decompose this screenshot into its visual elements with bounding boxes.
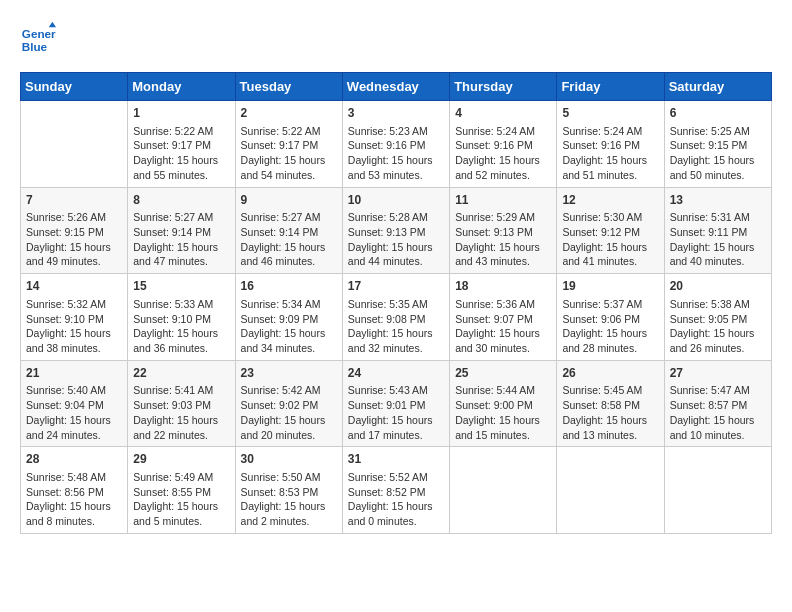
day-info: Sunrise: 5:29 AMSunset: 9:13 PMDaylight:… — [455, 210, 551, 269]
day-info: Sunrise: 5:35 AMSunset: 9:08 PMDaylight:… — [348, 297, 444, 356]
day-number: 24 — [348, 365, 444, 382]
day-info: Sunrise: 5:45 AMSunset: 8:58 PMDaylight:… — [562, 383, 658, 442]
day-number: 12 — [562, 192, 658, 209]
day-number: 18 — [455, 278, 551, 295]
calendar-cell: 23Sunrise: 5:42 AMSunset: 9:02 PMDayligh… — [235, 360, 342, 447]
day-number: 28 — [26, 451, 122, 468]
day-info: Sunrise: 5:33 AMSunset: 9:10 PMDaylight:… — [133, 297, 229, 356]
day-info: Sunrise: 5:22 AMSunset: 9:17 PMDaylight:… — [133, 124, 229, 183]
calendar-cell: 20Sunrise: 5:38 AMSunset: 9:05 PMDayligh… — [664, 274, 771, 361]
week-row-1: 1Sunrise: 5:22 AMSunset: 9:17 PMDaylight… — [21, 101, 772, 188]
day-number: 27 — [670, 365, 766, 382]
day-info: Sunrise: 5:22 AMSunset: 9:17 PMDaylight:… — [241, 124, 337, 183]
day-number: 7 — [26, 192, 122, 209]
calendar-cell: 22Sunrise: 5:41 AMSunset: 9:03 PMDayligh… — [128, 360, 235, 447]
svg-text:Blue: Blue — [22, 40, 48, 53]
day-info: Sunrise: 5:43 AMSunset: 9:01 PMDaylight:… — [348, 383, 444, 442]
week-row-3: 14Sunrise: 5:32 AMSunset: 9:10 PMDayligh… — [21, 274, 772, 361]
calendar-cell: 13Sunrise: 5:31 AMSunset: 9:11 PMDayligh… — [664, 187, 771, 274]
day-number: 8 — [133, 192, 229, 209]
day-info: Sunrise: 5:48 AMSunset: 8:56 PMDaylight:… — [26, 470, 122, 529]
day-number: 2 — [241, 105, 337, 122]
day-number: 20 — [670, 278, 766, 295]
day-number: 6 — [670, 105, 766, 122]
weekday-header-row: SundayMondayTuesdayWednesdayThursdayFrid… — [21, 73, 772, 101]
day-number: 15 — [133, 278, 229, 295]
day-number: 3 — [348, 105, 444, 122]
calendar-cell: 16Sunrise: 5:34 AMSunset: 9:09 PMDayligh… — [235, 274, 342, 361]
day-number: 23 — [241, 365, 337, 382]
day-info: Sunrise: 5:34 AMSunset: 9:09 PMDaylight:… — [241, 297, 337, 356]
calendar-cell: 19Sunrise: 5:37 AMSunset: 9:06 PMDayligh… — [557, 274, 664, 361]
calendar-table: SundayMondayTuesdayWednesdayThursdayFrid… — [20, 72, 772, 534]
calendar-cell: 31Sunrise: 5:52 AMSunset: 8:52 PMDayligh… — [342, 447, 449, 534]
day-number: 16 — [241, 278, 337, 295]
day-info: Sunrise: 5:47 AMSunset: 8:57 PMDaylight:… — [670, 383, 766, 442]
weekday-header-thursday: Thursday — [450, 73, 557, 101]
calendar-cell: 1Sunrise: 5:22 AMSunset: 9:17 PMDaylight… — [128, 101, 235, 188]
day-number: 30 — [241, 451, 337, 468]
weekday-header-saturday: Saturday — [664, 73, 771, 101]
calendar-cell — [664, 447, 771, 534]
week-row-2: 7Sunrise: 5:26 AMSunset: 9:15 PMDaylight… — [21, 187, 772, 274]
calendar-cell: 29Sunrise: 5:49 AMSunset: 8:55 PMDayligh… — [128, 447, 235, 534]
day-info: Sunrise: 5:23 AMSunset: 9:16 PMDaylight:… — [348, 124, 444, 183]
calendar-cell: 28Sunrise: 5:48 AMSunset: 8:56 PMDayligh… — [21, 447, 128, 534]
day-info: Sunrise: 5:25 AMSunset: 9:15 PMDaylight:… — [670, 124, 766, 183]
day-number: 11 — [455, 192, 551, 209]
day-info: Sunrise: 5:41 AMSunset: 9:03 PMDaylight:… — [133, 383, 229, 442]
page-header: General Blue — [20, 20, 772, 56]
day-number: 13 — [670, 192, 766, 209]
day-number: 21 — [26, 365, 122, 382]
day-info: Sunrise: 5:37 AMSunset: 9:06 PMDaylight:… — [562, 297, 658, 356]
calendar-cell: 9Sunrise: 5:27 AMSunset: 9:14 PMDaylight… — [235, 187, 342, 274]
weekday-header-sunday: Sunday — [21, 73, 128, 101]
calendar-cell: 2Sunrise: 5:22 AMSunset: 9:17 PMDaylight… — [235, 101, 342, 188]
calendar-cell — [557, 447, 664, 534]
day-info: Sunrise: 5:50 AMSunset: 8:53 PMDaylight:… — [241, 470, 337, 529]
weekday-header-monday: Monday — [128, 73, 235, 101]
calendar-cell: 11Sunrise: 5:29 AMSunset: 9:13 PMDayligh… — [450, 187, 557, 274]
weekday-header-friday: Friday — [557, 73, 664, 101]
calendar-cell: 7Sunrise: 5:26 AMSunset: 9:15 PMDaylight… — [21, 187, 128, 274]
day-number: 31 — [348, 451, 444, 468]
day-number: 14 — [26, 278, 122, 295]
day-info: Sunrise: 5:36 AMSunset: 9:07 PMDaylight:… — [455, 297, 551, 356]
day-number: 19 — [562, 278, 658, 295]
day-number: 1 — [133, 105, 229, 122]
calendar-cell: 18Sunrise: 5:36 AMSunset: 9:07 PMDayligh… — [450, 274, 557, 361]
calendar-cell: 8Sunrise: 5:27 AMSunset: 9:14 PMDaylight… — [128, 187, 235, 274]
calendar-cell: 25Sunrise: 5:44 AMSunset: 9:00 PMDayligh… — [450, 360, 557, 447]
day-number: 17 — [348, 278, 444, 295]
day-info: Sunrise: 5:24 AMSunset: 9:16 PMDaylight:… — [562, 124, 658, 183]
day-number: 25 — [455, 365, 551, 382]
calendar-cell: 27Sunrise: 5:47 AMSunset: 8:57 PMDayligh… — [664, 360, 771, 447]
day-number: 22 — [133, 365, 229, 382]
logo-icon: General Blue — [20, 20, 56, 56]
day-info: Sunrise: 5:52 AMSunset: 8:52 PMDaylight:… — [348, 470, 444, 529]
calendar-cell: 24Sunrise: 5:43 AMSunset: 9:01 PMDayligh… — [342, 360, 449, 447]
day-number: 29 — [133, 451, 229, 468]
calendar-cell: 3Sunrise: 5:23 AMSunset: 9:16 PMDaylight… — [342, 101, 449, 188]
svg-text:General: General — [22, 27, 56, 40]
day-number: 9 — [241, 192, 337, 209]
weekday-header-wednesday: Wednesday — [342, 73, 449, 101]
week-row-4: 21Sunrise: 5:40 AMSunset: 9:04 PMDayligh… — [21, 360, 772, 447]
day-info: Sunrise: 5:24 AMSunset: 9:16 PMDaylight:… — [455, 124, 551, 183]
calendar-cell: 6Sunrise: 5:25 AMSunset: 9:15 PMDaylight… — [664, 101, 771, 188]
day-number: 26 — [562, 365, 658, 382]
calendar-cell — [21, 101, 128, 188]
week-row-5: 28Sunrise: 5:48 AMSunset: 8:56 PMDayligh… — [21, 447, 772, 534]
calendar-cell: 12Sunrise: 5:30 AMSunset: 9:12 PMDayligh… — [557, 187, 664, 274]
calendar-cell: 10Sunrise: 5:28 AMSunset: 9:13 PMDayligh… — [342, 187, 449, 274]
day-info: Sunrise: 5:31 AMSunset: 9:11 PMDaylight:… — [670, 210, 766, 269]
day-info: Sunrise: 5:40 AMSunset: 9:04 PMDaylight:… — [26, 383, 122, 442]
day-info: Sunrise: 5:42 AMSunset: 9:02 PMDaylight:… — [241, 383, 337, 442]
calendar-cell — [450, 447, 557, 534]
day-info: Sunrise: 5:27 AMSunset: 9:14 PMDaylight:… — [241, 210, 337, 269]
svg-marker-2 — [49, 22, 56, 27]
day-info: Sunrise: 5:49 AMSunset: 8:55 PMDaylight:… — [133, 470, 229, 529]
day-info: Sunrise: 5:38 AMSunset: 9:05 PMDaylight:… — [670, 297, 766, 356]
day-info: Sunrise: 5:26 AMSunset: 9:15 PMDaylight:… — [26, 210, 122, 269]
day-number: 10 — [348, 192, 444, 209]
